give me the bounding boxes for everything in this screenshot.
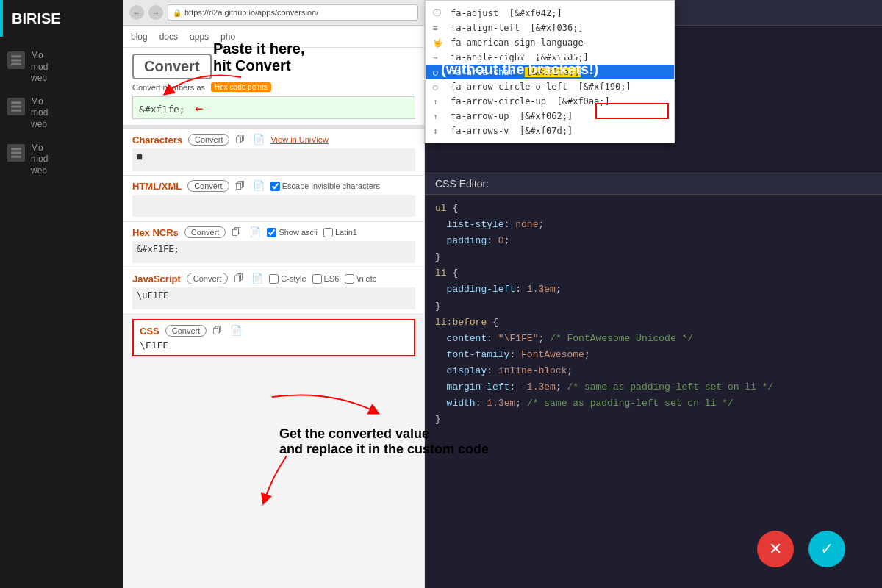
css-editor-label: CSS Editor: [435,178,489,190]
sidebar-item-text-1: Momodweb [31,50,48,85]
css-line-3: padding: 0; [435,233,872,249]
javascript-convert-button[interactable]: Convert [187,273,229,284]
area-icon: ○ [433,68,445,77]
c-style-label[interactable]: C-style [269,274,306,284]
nav-blog[interactable]: blog [131,32,148,42]
css-convert-button[interactable]: Convert [165,325,207,337]
svg-rect-8 [11,155,21,157]
nav-apps[interactable]: apps [190,32,209,42]
dropdown-item-fa-american[interactable]: 🤟 fa-american-sign-language- [426,35,674,50]
characters-copy-icon[interactable]: 🗍 [235,134,247,146]
latin1-label[interactable]: Latin1 [323,228,357,237]
html-xml-file-icon[interactable]: 📄 [253,180,265,192]
brand-label: BIRISE [12,10,61,27]
converter-panel: ← → 🔒 https://rl2a.github.io/apps/conver… [123,0,425,588]
nav-pho[interactable]: pho [220,32,235,42]
svg-rect-7 [11,151,21,154]
sidebar-items: Momodweb Momodweb Momodweb [0,44,123,182]
forward-button[interactable]: → [148,5,163,20]
cancel-button[interactable]: ✕ [757,531,794,567]
c-style-checkbox[interactable] [269,274,279,284]
show-ascii-label[interactable]: Show ascii [267,228,318,237]
sidebar-item-1[interactable]: Momodweb [0,44,123,90]
hex-ncrs-convert-button[interactable]: Convert [184,226,226,238]
code-output-top: &#xf1fe; ← [132,96,415,119]
javascript-copy-icon[interactable]: 🗍 [234,273,245,284]
css-file-icon[interactable]: 📄 [230,325,242,337]
javascript-title: JavaScript [132,273,181,284]
asl-icon: 🤟 [433,38,445,48]
characters-file-icon[interactable]: 📄 [253,134,265,146]
css-output: \F1FE [140,340,408,351]
dropdown-item-fa-adjust[interactable]: ⓘ fa-adjust [&#xf042;] [426,5,674,21]
latin1-checkbox[interactable] [323,228,333,237]
html-xml-copy-icon[interactable]: 🗍 [235,180,247,192]
html-xml-body [132,195,415,217]
dropdown-item-fa-arrow-circle-left[interactable]: ○ fa-arrow-circle-o-left [&#xf190;] [426,79,674,94]
css-line-8: li:before { [435,315,872,331]
hex-ncrs-file-icon[interactable]: 📄 [249,226,261,238]
sidebar-item-icon-2 [7,98,25,115]
css-line-12: margin-left: -1.3em; /* same as padding-… [435,379,872,395]
css-line-9: content: "\F1FE"; /* FontAwesome Unicode… [435,331,872,347]
dropdown-item-fa-arrow-up[interactable]: ↑ fa-arrow-up [&#xf062;] [426,109,674,123]
fa-angle-right-text: fa-angle-right [&#xf105;] [451,52,589,62]
css-line-14: } [435,412,872,428]
back-button[interactable]: ← [129,5,144,20]
n-etc-label[interactable]: \n etc [345,274,376,284]
css-line-6: padding-left: 1.3em; [435,282,872,298]
hex-ncrs-copy-icon[interactable]: 🗍 [232,226,243,238]
svg-rect-6 [11,148,21,150]
lock-icon: 🔒 [173,9,182,17]
html-xml-convert-button[interactable]: Convert [187,180,229,192]
sidebar-item-3[interactable]: Momodweb [0,137,123,183]
view-in-uniview-link[interactable]: View in UniView [270,135,328,144]
characters-title: Characters [132,135,182,146]
address-bar[interactable]: 🔒 https://rl2a.github.io/apps/conversion… [168,4,418,21]
nav-docs[interactable]: docs [159,32,178,42]
sidebar-item-2[interactable]: Momodweb [0,90,123,137]
css-line-7: } [435,298,872,315]
arrows-v-icon: ↕ [433,126,445,136]
escape-invisible-label[interactable]: Escape invisible characters [270,182,380,191]
fa-arrow-circle-up-text: fa-arrow-circle-up [&#xf0aa;] [451,96,610,107]
dropdown-item-fa-area-char[interactable]: ○ fa-area-char [&#xf1fe;] [426,65,674,79]
sidebar-item-icon-3 [7,144,25,162]
svg-rect-2 [11,63,21,65]
css-copy-icon[interactable]: 🗍 [212,325,224,337]
css-code-block: ul { list-style: none; padding: 0; } li … [425,195,882,434]
css-line-13: width: 1.3em; /* same as padding-left se… [435,395,872,412]
characters-body: ■ [132,148,415,171]
characters-convert-button[interactable]: Convert [188,134,230,146]
hex-code-value: &#xf1fe; [139,104,185,115]
n-etc-checkbox[interactable] [345,274,354,284]
info-icon: ⓘ [433,7,445,18]
sidebar: BIRISE Momodweb Momodweb Momodweb [0,0,123,588]
align-icon: ≡ [433,24,445,33]
es6-label[interactable]: ES6 [312,274,340,284]
sidebar-item-icon-1 [7,51,25,69]
arrow-circle-up-icon: ↑ [433,97,445,107]
arrow-indicator: ← [195,100,203,115]
convert-button-large[interactable]: Convert [132,54,212,79]
dropdown-item-fa-angle-right[interactable]: → fa-angle-right [&#xf105;] [426,50,674,65]
html-xml-title: HTML/XML [132,181,182,192]
escape-invisible-checkbox[interactable] [270,182,280,191]
dropdown-item-fa-align-left[interactable]: ≡ fa-align-left [&#xf036;] [426,21,674,35]
dropdown-overlay: ⓘ fa-adjust [&#xf042;] ≡ fa-align-left [… [425,0,675,143]
es6-checkbox[interactable] [312,274,322,284]
javascript-file-icon[interactable]: 📄 [251,273,263,284]
javascript-body: \uF1FE [132,287,415,309]
fa-arrow-up-text: fa-arrow-up [&#xf062;] [451,111,573,121]
dropdown-item-fa-arrows-v[interactable]: ↕ fa-arrows-v [&#xf07d;] [426,123,674,138]
css-title: CSS [140,326,159,337]
confirm-button[interactable]: ✓ [808,531,845,567]
html-xml-header: HTML/XML Convert 🗍 📄 Escape invisible ch… [132,180,415,192]
arrow-up-icon: ↑ [433,112,445,121]
sidebar-brand: BIRISE [0,0,123,37]
dropdown-item-fa-arrow-circle-up[interactable]: ↑ fa-arrow-circle-up [&#xf0aa;] [426,94,674,109]
characters-header: Characters Convert 🗍 📄 View in UniView [132,134,415,146]
fa-arrows-v-text: fa-arrows-v [&#xf07d;] [451,126,573,136]
css-line-11: display: inline-block; [435,363,872,379]
show-ascii-checkbox[interactable] [267,228,276,237]
